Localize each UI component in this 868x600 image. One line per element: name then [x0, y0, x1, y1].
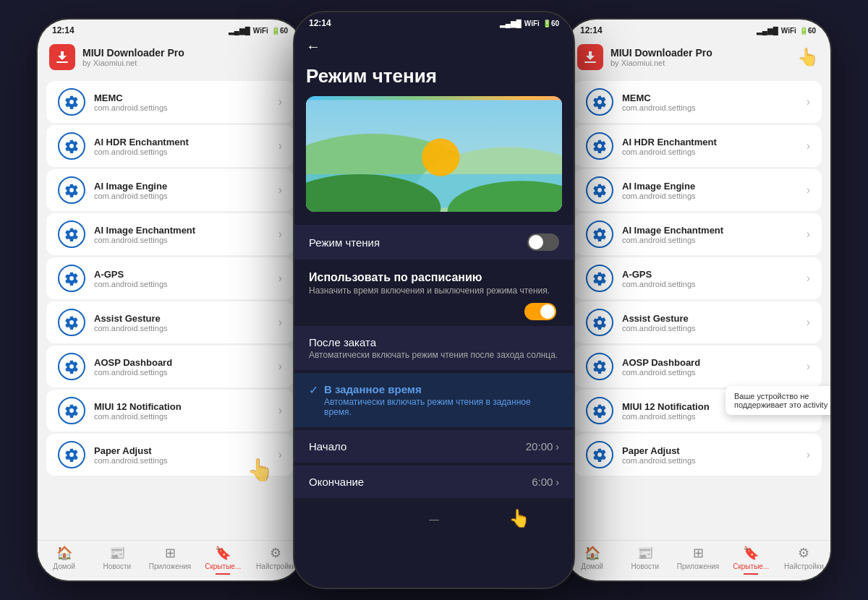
list-item-arrow-1: ›: [807, 140, 810, 153]
signal-icon-mid: ▂▄▆█: [500, 20, 522, 27]
dark-content: ← Режим чтения: [294, 31, 574, 588]
nav-item-4[interactable]: ⚙Найстройки: [778, 545, 830, 575]
nav-item-2[interactable]: ⊞Приложения: [671, 545, 724, 575]
end-time-row[interactable]: Окончание 6:00 ›: [294, 466, 574, 498]
sunset-option[interactable]: После заката Автоматически включать режи…: [294, 326, 574, 370]
list-item[interactable]: AOSP Dashboardcom.android.settings›: [574, 346, 822, 387]
list-item[interactable]: A-GPScom.android.settings›: [46, 257, 294, 299]
status-time-right: 12:14: [580, 25, 603, 35]
list-item-wrapper-0: MEMCcom.android.settings›: [38, 81, 302, 123]
list-item-icon-0: [586, 88, 613, 116]
list-item[interactable]: AI HDR Enchantmentcom.android.settings›: [46, 125, 294, 167]
list-item-sub-6: com.android.settings: [622, 368, 798, 377]
list-item[interactable]: AOSP Dashboardcom.android.settings›: [46, 346, 294, 387]
list-item[interactable]: AI HDR Enchantmentcom.android.settings›: [574, 125, 822, 167]
list-item[interactable]: A-GPScom.android.settings›: [574, 257, 822, 299]
nav-item-0[interactable]: 🏠Домой: [38, 545, 90, 575]
nav-item-3[interactable]: 🔖Скрытые...: [197, 545, 250, 575]
list-item-sub-2: com.android.settings: [622, 192, 798, 200]
list-item-sub-8: com.android.settings: [622, 456, 798, 465]
list-item-text-4: A-GPScom.android.settings: [94, 269, 270, 288]
right-phone: 12:14 ▂▄▆█ WiFi 🔋60 MIUI Downloader Pro …: [564, 18, 832, 582]
list-item-title-0: MEMC: [94, 93, 270, 103]
app-header-text-right: MIUI Downloader Pro by Xiaomiui.net: [610, 47, 790, 67]
start-value: 20:00: [526, 440, 553, 453]
list-item-sub-5: com.android.settings: [94, 324, 270, 333]
list-item[interactable]: AI Image Enchantmentcom.android.settings…: [46, 213, 294, 255]
bottom-nav-right[interactable]: 🏠Домой📰Новости⊞Приложения🔖Скрытые...⚙Най…: [566, 540, 830, 580]
reading-mode-preview: [306, 96, 562, 212]
svg-point-5: [422, 139, 459, 176]
schedule-toggle[interactable]: [524, 303, 556, 320]
list-item-title-2: AI Image Engine: [622, 181, 798, 192]
list-item-icon-4: [58, 265, 85, 292]
list-item-text-3: AI Image Enchantmentcom.android.settings: [622, 225, 798, 244]
list-item[interactable]: AI Image Enginecom.android.settings›: [46, 169, 294, 211]
nav-icon-3: 🔖: [743, 545, 759, 561]
start-time-row[interactable]: Начало 20:00 ›: [294, 430, 574, 463]
list-item[interactable]: AI Image Enginecom.android.settings›: [574, 169, 822, 211]
status-bar-middle: 12:14 ▂▄▆█ WiFi 🔋60: [294, 12, 574, 31]
home-bar: —: [429, 513, 439, 525]
list-item-title-7: MIUI 12 Notification: [94, 401, 270, 412]
app-header-left: MIUI Downloader Pro by Xiaomiui.net: [38, 38, 302, 76]
list-item-sub-0: com.android.settings: [622, 103, 798, 112]
list-item-wrapper-4: A-GPScom.android.settings›: [566, 257, 830, 299]
nav-icon-2: ⊞: [165, 545, 176, 561]
back-button[interactable]: ←: [306, 38, 320, 54]
nav-item-1[interactable]: 📰Новости: [618, 545, 671, 575]
list-item-icon-2: [58, 176, 85, 204]
list-content-left: MEMCcom.android.settings› AI HDR Enchant…: [38, 76, 302, 540]
list-item[interactable]: Assist Gesturecom.android.settings›: [574, 301, 822, 343]
list-item-arrow-1: ›: [278, 140, 282, 153]
list-item[interactable]: AI Image Enchantmentcom.android.settings…: [574, 213, 822, 255]
list-item[interactable]: MIUI 12 Notificationcom.android.settings…: [46, 390, 294, 432]
status-time-middle: 12:14: [309, 18, 331, 28]
list-item-arrow-8: ›: [278, 448, 282, 461]
list-item[interactable]: Paper Adjustcom.android.settings›: [46, 434, 294, 476]
list-item-title-1: AI HDR Enchantment: [94, 137, 270, 147]
list-item-sub-0: com.android.settings: [94, 103, 270, 112]
reading-mode-label: Режим чтения: [309, 236, 527, 249]
list-item-text-7: MIUI 12 Notificationcom.android.settings: [94, 401, 270, 421]
custom-time-option[interactable]: ✓ В заданное время Автоматически включат…: [294, 373, 574, 427]
custom-sub: Автоматически включать режим чтения в за…: [324, 397, 559, 417]
nav-label-4: Найстройки: [256, 562, 296, 570]
list-item-sub-2: com.android.settings: [94, 192, 270, 200]
list-item-title-8: Paper Adjust: [622, 445, 798, 456]
status-icons-middle: ▂▄▆█ WiFi 🔋60: [500, 20, 559, 27]
nav-label-4: Найстройки: [784, 562, 824, 570]
list-item-wrapper-3: AI Image Enchantmentcom.android.settings…: [38, 213, 302, 255]
download-icon-right: [583, 50, 597, 64]
wifi-icon-right: WiFi: [781, 27, 796, 35]
nav-item-1[interactable]: 📰Новости: [90, 545, 143, 575]
list-item-text-8: Paper Adjustcom.android.settings: [94, 445, 270, 465]
status-time-left: 12:14: [52, 25, 75, 35]
nav-icon-2: ⊞: [693, 545, 704, 561]
list-item-wrapper-2: AI Image Enginecom.android.settings›: [38, 169, 302, 211]
download-icon: [55, 50, 69, 64]
nav-icon-1: 📰: [637, 545, 653, 561]
svg-rect-8: [584, 61, 596, 63]
nav-label-0: Домой: [581, 562, 603, 570]
reading-mode-toggle[interactable]: [527, 233, 559, 251]
dark-header: ←: [294, 31, 574, 59]
list-item[interactable]: MEMCcom.android.settings›: [46, 81, 294, 123]
list-item[interactable]: Paper Adjustcom.android.settings›: [574, 434, 822, 476]
app-title-left: MIUI Downloader Pro: [82, 47, 291, 59]
list-item-wrapper-4: A-GPScom.android.settings›: [38, 257, 302, 299]
list-item[interactable]: MEMCcom.android.settings›: [574, 81, 822, 123]
bottom-nav-left[interactable]: 🏠Домой📰Новости⊞Приложения🔖Скрытые...⚙Най…: [38, 540, 302, 580]
list-item-sub-6: com.android.settings: [94, 368, 270, 377]
list-item[interactable]: Assist Gesturecom.android.settings›: [46, 301, 294, 343]
nav-item-2[interactable]: ⊞Приложения: [143, 545, 196, 575]
list-item-icon-1: [58, 132, 85, 160]
nav-item-3[interactable]: 🔖Скрытые...: [725, 545, 778, 575]
list-item-arrow-3: ›: [278, 228, 282, 241]
list-item-icon-6: [586, 353, 613, 380]
reading-mode-row[interactable]: Режим чтения: [294, 225, 574, 260]
landscape-svg: [306, 96, 562, 212]
list-item-icon-1: [586, 132, 613, 160]
nav-label-1: Новости: [103, 562, 131, 570]
list-item-title-8: Paper Adjust: [94, 445, 270, 456]
